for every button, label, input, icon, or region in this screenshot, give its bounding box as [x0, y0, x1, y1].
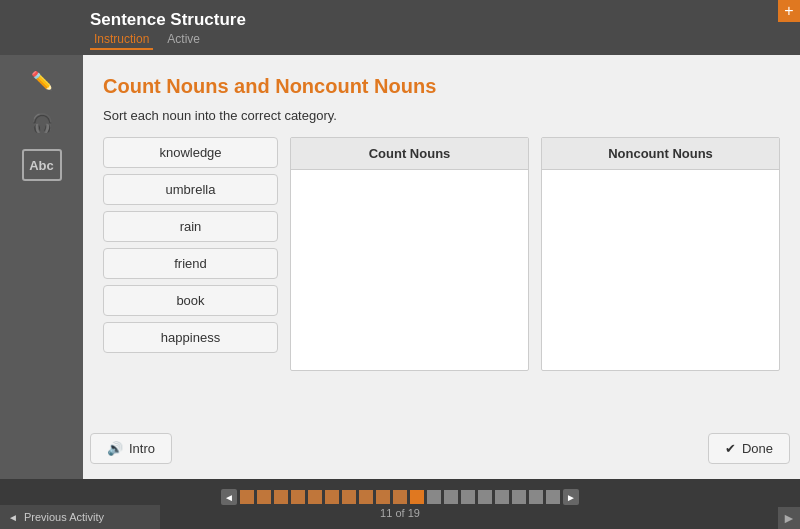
tab-instruction[interactable]: Instruction: [90, 30, 153, 50]
noncount-nouns-body[interactable]: [542, 170, 779, 370]
page-dot[interactable]: [308, 490, 322, 504]
page-dot[interactable]: [410, 490, 424, 504]
noun-item[interactable]: book: [103, 285, 278, 316]
checkmark-icon: ✔: [725, 441, 736, 456]
page-dot[interactable]: [291, 490, 305, 504]
next-page-arrow[interactable]: ►: [563, 489, 579, 505]
page-dot[interactable]: [240, 490, 254, 504]
action-buttons: 🔊 Intro ✔ Done: [90, 433, 790, 464]
prev-page-arrow[interactable]: ◄: [221, 489, 237, 505]
noncount-nouns-header: Noncount Nouns: [542, 138, 779, 170]
right-chevron-icon: ►: [782, 510, 796, 526]
noun-item[interactable]: umbrella: [103, 174, 278, 205]
done-button[interactable]: ✔ Done: [708, 433, 790, 464]
main-content: Count Nouns and Noncount Nouns Sort each…: [83, 55, 800, 479]
page-dot[interactable]: [512, 490, 526, 504]
noun-item[interactable]: friend: [103, 248, 278, 279]
page-dot[interactable]: [444, 490, 458, 504]
noncount-nouns-column[interactable]: Noncount Nouns: [541, 137, 780, 371]
page-dot[interactable]: [529, 490, 543, 504]
pagination: ◄ ►: [221, 489, 579, 505]
instruction-text: Sort each noun into the correct category…: [103, 108, 780, 123]
page-dot[interactable]: [495, 490, 509, 504]
pencil-icon[interactable]: ✏️: [22, 65, 62, 97]
page-dot[interactable]: [427, 490, 441, 504]
bottom-left-nav[interactable]: ◄ Previous Activity: [0, 505, 160, 529]
headphone-icon[interactable]: 🎧: [22, 107, 62, 139]
count-nouns-header: Count Nouns: [291, 138, 528, 170]
prev-activity-label: Previous Activity: [24, 511, 104, 523]
noun-item[interactable]: rain: [103, 211, 278, 242]
page-dot[interactable]: [342, 490, 356, 504]
noun-list: knowledgeumbrellarainfriendbookhappiness: [103, 137, 278, 371]
page-dot[interactable]: [461, 490, 475, 504]
intro-label: Intro: [129, 441, 155, 456]
bottom-right-button[interactable]: ►: [778, 507, 800, 529]
page-counter: 11 of 19: [380, 507, 420, 519]
abc-icon[interactable]: Abc: [22, 149, 62, 181]
speaker-icon: 🔊: [107, 441, 123, 456]
page-dot[interactable]: [274, 490, 288, 504]
sidebar: ✏️ 🎧 Abc: [0, 55, 83, 479]
page-dot[interactable]: [257, 490, 271, 504]
noun-item[interactable]: happiness: [103, 322, 278, 353]
done-label: Done: [742, 441, 773, 456]
page-dot[interactable]: [478, 490, 492, 504]
count-nouns-column[interactable]: Count Nouns: [290, 137, 529, 371]
count-nouns-body[interactable]: [291, 170, 528, 370]
intro-button[interactable]: 🔊 Intro: [90, 433, 172, 464]
page-dot[interactable]: [393, 490, 407, 504]
noun-item[interactable]: knowledge: [103, 137, 278, 168]
page-title: Sentence Structure: [90, 10, 246, 30]
page-dot[interactable]: [546, 490, 560, 504]
left-chevron-icon: ◄: [8, 512, 18, 523]
tab-active[interactable]: Active: [163, 30, 204, 50]
exercise-area: knowledgeumbrellarainfriendbookhappiness…: [103, 137, 780, 371]
page-dot[interactable]: [376, 490, 390, 504]
page-dot[interactable]: [359, 490, 373, 504]
page-dot[interactable]: [325, 490, 339, 504]
activity-title: Count Nouns and Noncount Nouns: [103, 75, 780, 98]
plus-button[interactable]: +: [778, 0, 800, 22]
